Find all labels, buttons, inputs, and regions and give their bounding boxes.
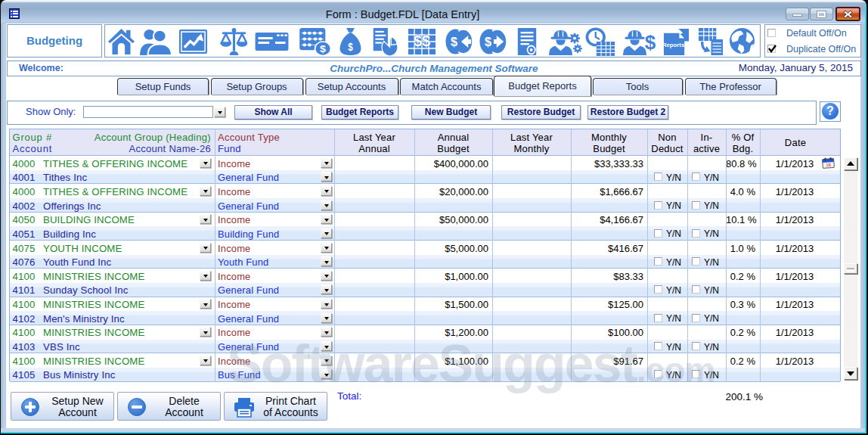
svg-text:$: $	[485, 35, 491, 50]
svg-text:18: 18	[826, 163, 832, 167]
svg-text:$: $	[348, 41, 353, 54]
svg-text:$: $	[645, 33, 656, 54]
svg-text:$$: $$	[414, 33, 430, 49]
svg-text:$: $	[451, 35, 457, 50]
svg-text:$: $	[320, 44, 326, 54]
svg-text:Reports: Reports	[662, 42, 684, 48]
